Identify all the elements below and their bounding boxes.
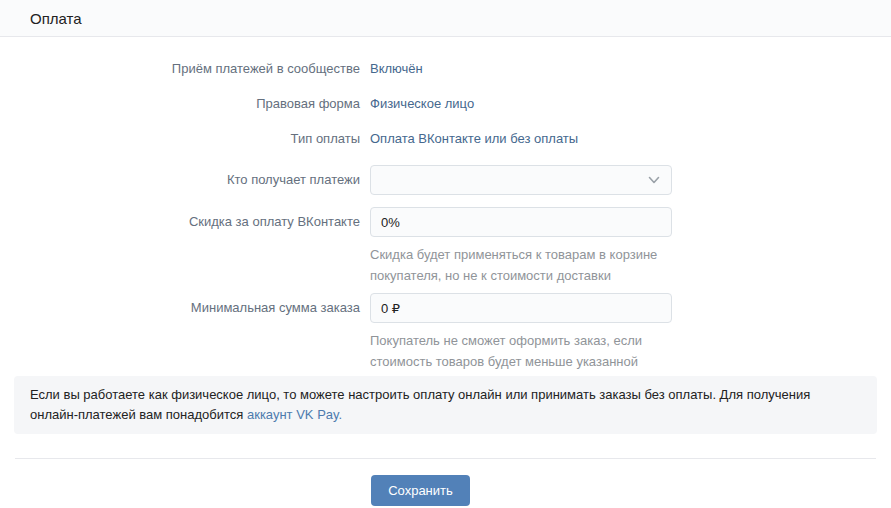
- info-box: Если вы работаете как физическое лицо, т…: [14, 376, 877, 434]
- min-order-sum-hint: Покупатель не сможет оформить заказ, есл…: [370, 330, 682, 372]
- discount-hint: Скидка будет применяться к товарам в кор…: [370, 244, 682, 286]
- payments-acceptance-link[interactable]: Включён: [370, 61, 423, 76]
- row-payments-acceptance: Приём платежей в сообществе Включён: [0, 60, 891, 78]
- discount-input[interactable]: [370, 207, 672, 237]
- payment-receiver-select[interactable]: [370, 165, 672, 195]
- payment-type-link[interactable]: Оплата ВКонтакте или без оплаты: [370, 131, 578, 146]
- info-box-text: Если вы работаете как физическое лицо, т…: [30, 387, 810, 422]
- row-min-order-sum: Минимальная сумма заказа Покупатель не с…: [0, 293, 891, 372]
- payment-settings-form: Приём платежей в сообществе Включён Прав…: [0, 37, 891, 372]
- field-label: Минимальная сумма заказа: [0, 293, 360, 323]
- page-header: Оплата: [0, 0, 891, 37]
- page-title: Оплата: [30, 10, 82, 27]
- min-order-sum-input[interactable]: [370, 293, 672, 323]
- field-label: Тип оплаты: [0, 130, 360, 148]
- field-label: Приём платежей в сообществе: [0, 60, 360, 78]
- row-payment-receiver: Кто получает платежи: [0, 165, 891, 195]
- row-payment-type: Тип оплаты Оплата ВКонтакте или без опла…: [0, 130, 891, 148]
- chevron-down-icon: [647, 173, 661, 187]
- legal-form-link[interactable]: Физическое лицо: [370, 96, 474, 111]
- row-discount: Скидка за оплату ВКонтакте Скидка будет …: [0, 207, 891, 286]
- field-label: Кто получает платежи: [0, 165, 360, 195]
- footer: Сохранить: [0, 459, 891, 506]
- vk-pay-link[interactable]: аккаунт VK Pay.: [247, 407, 342, 422]
- save-button[interactable]: Сохранить: [371, 475, 470, 506]
- field-label: Правовая форма: [0, 95, 360, 113]
- field-label: Скидка за оплату ВКонтакте: [0, 207, 360, 237]
- row-legal-form: Правовая форма Физическое лицо: [0, 95, 891, 113]
